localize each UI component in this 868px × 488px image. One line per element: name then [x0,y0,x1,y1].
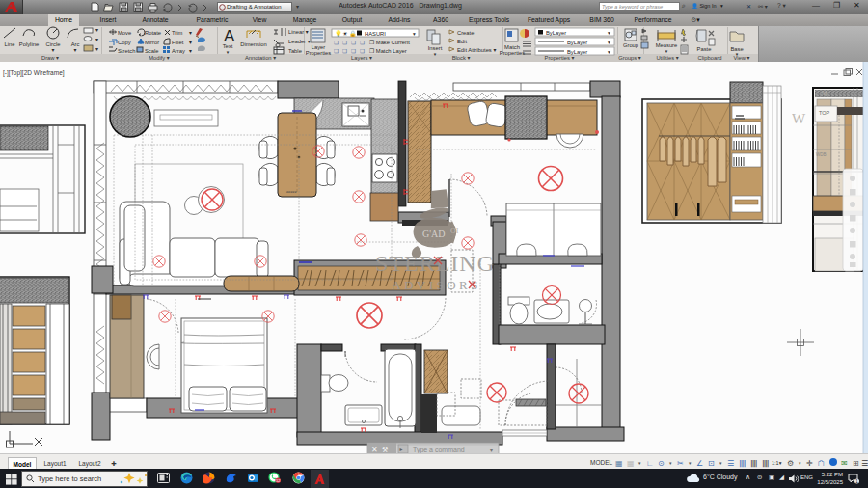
svg-text:⚒: ⚒ [382,447,388,453]
svg-text:▸: ▸ [400,447,403,452]
svg-text:Block ▾: Block ▾ [452,55,471,61]
svg-text:❏: ❏ [360,48,365,54]
svg-text:OI: OI [450,227,459,235]
svg-text:Array: Array [172,48,185,54]
svg-text:WDB: WDB [816,152,827,157]
svg-text:Properties: Properties [500,50,526,56]
svg-text:💡: 💡 [335,30,342,38]
svg-text:W: W [792,111,806,126]
svg-text:⚙: ⚙ [787,459,794,468]
svg-text:✕: ✕ [371,446,378,454]
svg-text:☀: ☀ [342,31,348,37]
svg-text:Scale: Scale [145,48,159,54]
svg-text:❏: ❏ [360,40,365,45]
svg-text:🔒: 🔒 [349,30,357,38]
svg-text:❏: ❏ [351,40,356,45]
svg-text:⊡: ⊡ [708,459,715,468]
svg-text:⊙: ⊙ [658,459,665,468]
svg-text:▾: ▾ [608,30,610,36]
svg-text:▾: ▾ [608,49,610,55]
svg-text:12: 12 [276,478,281,483]
svg-text:ByLayer: ByLayer [567,40,587,45]
svg-text:❏: ❏ [342,40,347,45]
svg-text:❏: ❏ [342,48,347,54]
svg-text:Linear ▾: Linear ▾ [288,29,309,35]
svg-text:Rotate: Rotate [145,30,161,36]
svg-text:✛: ✛ [806,459,813,468]
svg-text:⛫: ⛫ [818,459,826,468]
svg-text:Paste: Paste [697,46,712,52]
svg-text:▦: ▦ [615,459,623,468]
svg-text:▾: ▾ [490,447,493,453]
svg-text:Properties: Properties [306,50,332,56]
svg-text:Draw ▾: Draw ▾ [41,55,59,61]
svg-text:▾: ▾ [189,48,192,54]
svg-text:∠: ∠ [696,459,703,468]
svg-text:▾: ▾ [95,27,98,33]
svg-text:☰: ☰ [727,459,734,468]
svg-text:Dimension: Dimension [240,41,266,47]
svg-text:▾: ▾ [799,460,801,466]
svg-text:▾: ▾ [189,40,192,45]
svg-text:∟: ∟ [646,459,654,468]
svg-text:Line: Line [5,41,15,47]
svg-text:Create: Create [457,30,474,36]
svg-text:Move: Move [118,30,131,36]
svg-text:☰: ☰ [861,459,868,468]
svg-text:Mirror: Mirror [145,40,159,45]
svg-text:▾: ▾ [669,460,672,466]
svg-text:HASURI: HASURI [365,31,386,37]
svg-text:▾: ▾ [719,460,722,466]
svg-text:▾: ▾ [95,37,98,42]
svg-text:1:1▾: 1:1▾ [772,460,782,466]
svg-text:𝍬: 𝍬 [750,459,758,468]
svg-text:▾: ▾ [95,46,98,52]
svg-text:ByLayer: ByLayer [546,30,566,36]
svg-text:Table: Table [288,48,302,54]
svg-text:▾: ▾ [689,460,692,466]
svg-text:ADVISORS: ADVISORS [392,278,481,292]
svg-text:❏: ❏ [334,48,339,54]
svg-text:▾: ▾ [189,30,192,36]
svg-text:▾: ▾ [74,47,77,53]
svg-text:Annotation ▾: Annotation ▾ [245,55,276,61]
svg-text:❐ Match Layer: ❐ Match Layer [369,48,407,54]
svg-text:TOP: TOP [819,110,830,116]
svg-text:[-][Top][2D Wireframe]: [-][Top][2D Wireframe] [3,69,65,77]
svg-text:𝍬: 𝍬 [762,459,770,468]
svg-text:▾: ▾ [665,48,668,54]
svg-text:▾: ▾ [52,47,55,53]
svg-text:Edit: Edit [457,39,467,44]
svg-text:MODEL: MODEL [590,459,613,466]
svg-text:Modify ▾: Modify ▾ [149,55,170,61]
svg-text:G'AD: G'AD [422,229,445,239]
svg-text:Copy: Copy [118,40,131,45]
svg-text:Properties ▾: Properties ▾ [545,55,575,61]
svg-text:Type a command: Type a command [413,447,465,454]
svg-text:ByLayer: ByLayer [567,49,587,55]
svg-text:⊞: ⊞ [853,459,859,468]
svg-text:▾: ▾ [608,40,610,45]
svg-text:▦: ▦ [627,459,635,468]
svg-text:Stretch: Stretch [118,48,135,54]
svg-text:❐ Make Current: ❐ Make Current [369,40,410,45]
svg-text:Layers ▾: Layers ▾ [351,55,372,61]
svg-text:𝍬: 𝍬 [739,459,746,468]
svg-text:Fillet: Fillet [172,40,184,45]
svg-text:Polyline: Polyline [19,41,39,47]
svg-text:▾: ▾ [638,460,641,466]
svg-text:❏: ❏ [351,48,356,54]
svg-text:Leader ▾: Leader ▾ [288,39,311,44]
svg-text:⌀⌀⌀⌀⌀: ⌀⌀⌀⌀⌀ [286,190,297,194]
svg-text:Edit Attributes ▾: Edit Attributes ▾ [457,47,496,53]
svg-text:✂: ✂ [677,459,684,468]
svg-text:▾: ▾ [413,31,416,37]
svg-text:❏: ❏ [334,40,339,45]
svg-text:Group: Group [623,42,638,48]
svg-text:M: M [822,90,827,95]
svg-text:Trim: Trim [172,30,183,36]
svg-text:✉: ✉ [841,459,848,468]
